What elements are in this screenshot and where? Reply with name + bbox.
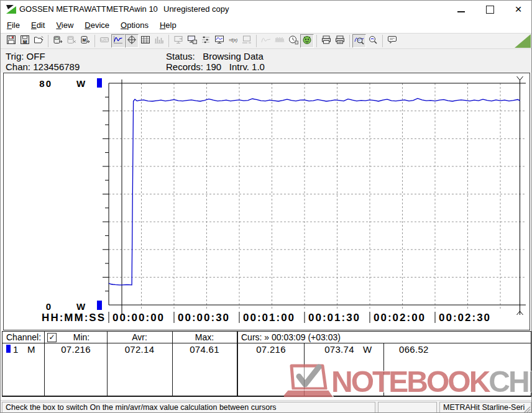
- compress-curve-button: [259, 34, 273, 48]
- menu-edit[interactable]: Edit: [27, 18, 49, 32]
- crosshair-icon: [127, 35, 137, 47]
- formula-button[interactable]: =f(x): [226, 34, 240, 48]
- toolbar-separator: [256, 35, 257, 47]
- open-button[interactable]: [32, 34, 45, 48]
- floppy-icon: [6, 35, 16, 47]
- menu-file[interactable]: File: [2, 18, 24, 32]
- fx-icon: =f(x): [228, 35, 238, 47]
- hint-button[interactable]: [385, 34, 399, 48]
- channel-table: Channel: ✓ Min: Avr: Max: Curs: » 00:03:…: [2, 331, 531, 397]
- title-bar[interactable]: GOSSEN METRAWATT METRAwin 10 Unregistere…: [1, 1, 531, 18]
- table-view-button[interactable]: [139, 34, 152, 48]
- device-clear-button: [65, 34, 78, 48]
- speech-icon: [387, 35, 397, 47]
- menu-view[interactable]: View: [52, 18, 78, 32]
- trigger-status: Trig: OFF: [6, 51, 45, 61]
- min-value: 07.216: [45, 344, 107, 355]
- chart-plot[interactable]: 00:00:0000:00:3000:01:0000:01:3000:02:00…: [4, 73, 530, 330]
- menu-options[interactable]: Options: [116, 18, 153, 32]
- pc-transfer-button: [240, 34, 254, 48]
- value-unit: W: [363, 344, 372, 355]
- corner-triangle-icon: [515, 34, 531, 48]
- channel-column-header: Channel:: [6, 332, 41, 342]
- license-status: Unregistered copy: [163, 1, 229, 18]
- status-panel: Trig: OFF Chan: 123456789 Status: Browsi…: [1, 49, 531, 73]
- maximize-button[interactable]: [480, 1, 499, 17]
- y-min-label: 0: [46, 301, 52, 312]
- print-button[interactable]: [319, 34, 333, 48]
- chart-panel[interactable]: 00:00:0000:00:3000:01:0000:01:3000:02:00…: [3, 73, 530, 330]
- time-tick-label: 00:02:00: [374, 312, 426, 324]
- statusbar-device: METRAHit Starline-Seri: [439, 402, 531, 413]
- toolbar-separator: [168, 35, 169, 47]
- max-value: 074.61: [172, 344, 237, 355]
- resize-grip[interactable]: [522, 405, 531, 413]
- acquisition-status: Status: Browsing Data: [166, 51, 264, 61]
- channel-setup-button[interactable]: [199, 34, 213, 48]
- device-memory-button[interactable]: M: [78, 34, 92, 48]
- time-tick-label: 00:02:30: [439, 312, 491, 324]
- max-column-header: Max:: [172, 332, 237, 342]
- clock-icon: [288, 35, 298, 47]
- live-monitor-button[interactable]: [300, 34, 314, 48]
- zoom-lens-icon: [368, 35, 378, 47]
- channel-number: 1: [13, 344, 19, 355]
- zoom-in-button[interactable]: [352, 34, 366, 48]
- store-screen-button[interactable]: [185, 34, 199, 48]
- app-name-title: METRAwin 10: [106, 1, 158, 18]
- statusbar-hint: Check the box to switch On the min/avr/m…: [2, 402, 375, 413]
- y-unit-bottom-label: W: [76, 301, 86, 312]
- chart-view-button[interactable]: [111, 34, 125, 48]
- table-divider: [383, 343, 384, 396]
- monitor-link-icon: [242, 35, 252, 47]
- menu-help[interactable]: Help: [155, 18, 181, 32]
- toolbar: MM1257=f(x): [1, 33, 531, 49]
- wave-small-icon: [261, 35, 271, 47]
- status-bar: Check the box to switch On the min/avr/m…: [1, 400, 531, 413]
- meter-m-icon: M: [80, 35, 90, 47]
- app-logo-icon: [6, 4, 17, 15]
- close-button[interactable]: ×: [509, 1, 528, 17]
- table-divider: [304, 343, 305, 396]
- svg-text:=f(x): =f(x): [229, 38, 237, 43]
- cursor-mode-button[interactable]: [125, 34, 139, 48]
- beast-icon: [302, 35, 312, 47]
- monitor-save-icon: [187, 35, 197, 47]
- toolbar-separator: [349, 35, 350, 47]
- time-tick-label: 00:01:30: [308, 312, 360, 324]
- maximize-icon: [486, 6, 494, 14]
- table-header-divider: [2, 343, 531, 343]
- folder-icon: [34, 35, 44, 47]
- save-button[interactable]: [4, 34, 18, 48]
- menu-device[interactable]: Device: [80, 18, 114, 32]
- monitor-display-button[interactable]: [213, 34, 226, 48]
- zoom-reset-button[interactable]: [366, 34, 380, 48]
- meter-arrow-icon: [53, 35, 63, 47]
- wave-dense-icon: [275, 35, 285, 47]
- histogram-view-button: [152, 34, 166, 48]
- minimize-button[interactable]: [452, 1, 470, 17]
- power-curve: [109, 99, 520, 285]
- lcd-icon: 1257: [99, 35, 109, 47]
- between-cursors-checkbox[interactable]: ✓: [47, 333, 57, 342]
- save-as-button[interactable]: M: [18, 34, 32, 48]
- min-column-header: Min:: [56, 332, 107, 342]
- svg-text:M: M: [23, 39, 27, 45]
- printer-icon: [321, 35, 331, 47]
- device-read-button[interactable]: [51, 34, 65, 48]
- time-tick-label: 00:01:00: [243, 312, 295, 324]
- print-report-button[interactable]: [333, 34, 347, 48]
- statusbar-empty-panel: [378, 402, 437, 413]
- monitor-out-icon: [173, 35, 183, 47]
- table-divider: [44, 332, 45, 396]
- channel-color-marker: [6, 345, 11, 353]
- avr-column-header: Avr:: [107, 332, 172, 342]
- toolbar-separator: [48, 35, 48, 47]
- meter-x-icon: [66, 35, 76, 47]
- time-axis-label: HH:MM:SS: [42, 312, 106, 324]
- numeric-view-button: 1257: [98, 34, 111, 48]
- zoom-wave-icon: [354, 35, 364, 47]
- floppy-m-icon: M: [20, 35, 30, 47]
- app-vendor-title: GOSSEN METRAWATT: [19, 1, 106, 18]
- time-setup-button[interactable]: [287, 34, 300, 48]
